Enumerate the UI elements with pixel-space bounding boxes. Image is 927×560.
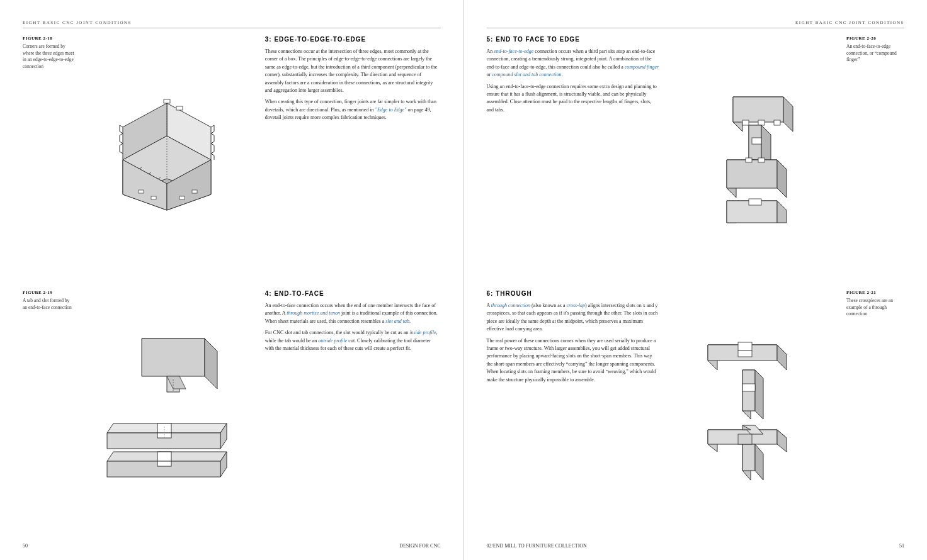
left-footer-title: DESIGN FOR CNC [399,543,440,549]
svg-rect-42 [758,120,765,125]
section-5-p2: Using an end-to-face-to-edge connection … [487,83,659,115]
right-footer-page-num: 51 [899,543,904,549]
diagram-218 [79,36,255,284]
svg-rect-19 [192,190,197,193]
edge-to-edge-link[interactable]: "Edge to Edge" [375,107,407,113]
svg-rect-36 [157,461,171,466]
svg-rect-17 [151,196,156,199]
svg-rect-80 [738,434,752,444]
right-page-footer: 02/END MILL TO FURNITURE COLLECTION 51 [487,543,905,549]
section-5-title: 5: END TO FACE TO EDGE [487,36,659,43]
cross-lap-link: cross-lap [567,303,585,308]
slot-tab-link: slot and tab [385,318,409,324]
section-6-text: 6: THROUGH A through connection (also kn… [487,290,669,538]
svg-rect-65 [738,350,752,357]
right-top-section: 5: END TO FACE TO EDGE An end-to-face-to… [487,36,905,284]
right-page: EIGHT BASIC CNC JOINT CONDITIONS 5: END … [464,0,928,560]
svg-rect-70 [742,384,755,391]
svg-marker-22 [205,339,217,389]
book-spread: EIGHT BASIC CNC JOINT CONDITIONS FIGURE … [0,0,927,560]
left-page: EIGHT BASIC CNC JOINT CONDITIONS FIGURE … [0,0,464,560]
section-3-text: 3: EDGE-TO-EDGE-TO-EDGE These connection… [255,36,441,284]
svg-marker-74 [777,430,787,452]
svg-marker-40 [783,97,793,132]
figure-221-caption: FIGURE 2-21 These crosspieces are an exa… [841,290,904,538]
left-footer-page-num: 50 [23,543,28,549]
section-3-title: 3: EDGE-TO-EDGE-TO-EDGE [265,36,441,43]
figure-219-label: FIGURE 2-19 [23,290,74,295]
section-5-p1: An end-to-face-to-edge connection occurs… [487,48,659,79]
section-3-p2: When creating this type of connection, f… [265,98,441,121]
section-4-p2: For CNC slot and tab connections, the sl… [265,329,441,352]
figure-218-label: FIGURE 2-18 [23,36,74,41]
section-4-p1: An end-to-face connection occurs when th… [265,302,441,325]
section-6-p1: A through connection (also known as a cr… [487,302,659,333]
svg-rect-41 [742,120,749,125]
svg-rect-18 [179,196,185,199]
svg-rect-6 [164,99,170,103]
section-6-body: A through connection (also known as a cr… [487,302,659,384]
right-page-header: EIGHT BASIC CNC JOINT CONDITIONS [487,20,905,28]
section-4-body: An end-to-face connection occurs when th… [265,302,441,352]
svg-rect-64 [738,342,752,350]
diagram-219 [79,290,255,538]
compound-finger-link: compound finger [625,64,659,70]
right-footer-title: 02/END MILL TO FURNITURE COLLECTION [487,543,587,549]
section-3-body: These connections occur at the intersect… [265,48,441,122]
figure-220-caption: FIGURE 2-20 An end-to-face-to-edge conne… [841,36,904,284]
svg-rect-43 [774,120,780,125]
right-bottom-section: 6: THROUGH A through connection (also kn… [487,290,905,538]
figure-218-caption: FIGURE 2-18 Corners are formed by where … [23,36,79,284]
svg-rect-7 [176,106,183,110]
figure-219-desc: A tab and slot formed by an end-to-face … [23,298,74,311]
section-6-title: 6: THROUGH [487,290,659,297]
section-4-title: 4: END-TO-FACE [265,290,441,297]
svg-marker-51 [727,160,777,188]
svg-rect-16 [139,190,144,193]
left-page-header: EIGHT BASIC CNC JOINT CONDITIONS [23,20,441,28]
left-bottom-section: FIGURE 2-19 A tab and slot formed by an … [23,290,441,538]
svg-rect-59 [749,199,761,205]
section-5-body: An end-to-face-to-edge connection occurs… [487,48,659,114]
figure-220-desc: An end-to-face-to-edge connection, or “c… [846,43,904,64]
left-top-section: FIGURE 2-18 Corners are formed by where … [23,36,441,284]
through-mortise-link: through mortise and tenon [287,310,340,316]
svg-rect-54 [758,158,765,162]
section-5-text: 5: END TO FACE TO EDGE An end-to-face-to… [487,36,669,284]
section-6-p2: The real power of these connections come… [487,337,659,384]
svg-rect-48 [752,138,761,144]
svg-marker-69 [755,370,763,419]
svg-marker-39 [733,97,783,122]
end-to-face-link: end-to-face-to-edge [494,48,533,54]
section-4-text: 4: END-TO-FACE An end-to-face connection… [255,290,441,538]
figure-218-desc: Corners are formed by where the three ed… [23,43,74,70]
diagram-220 [669,36,841,284]
svg-marker-63 [777,345,787,370]
inside-profile-link: inside profile [409,330,436,335]
svg-marker-58 [777,201,787,223]
compound-slot-link: compound slot and tab connection [492,72,561,77]
section-3-p1: These connections occur at the intersect… [265,48,441,94]
figure-221-desc: These crosspieces are an example of a th… [846,298,904,318]
svg-marker-79 [755,444,763,480]
svg-marker-21 [142,339,205,376]
diagram-221 [669,290,841,538]
svg-marker-78 [742,444,755,471]
svg-rect-53 [746,158,752,162]
left-page-footer: 50 DESIGN FOR CNC [23,543,441,549]
left-content-area: FIGURE 2-18 Corners are formed by where … [23,36,441,538]
through-connection-link: through connection [491,303,530,308]
right-content-area: 5: END TO FACE TO EDGE An end-to-face-to… [487,36,905,538]
figure-220-label: FIGURE 2-20 [846,36,904,41]
svg-rect-35 [157,452,171,461]
svg-marker-52 [777,160,787,198]
figure-219-caption: FIGURE 2-19 A tab and slot formed by an … [23,290,79,538]
svg-rect-29 [157,423,171,433]
figure-221-label: FIGURE 2-21 [846,290,904,295]
outside-profile-link: outside profile [318,338,347,344]
